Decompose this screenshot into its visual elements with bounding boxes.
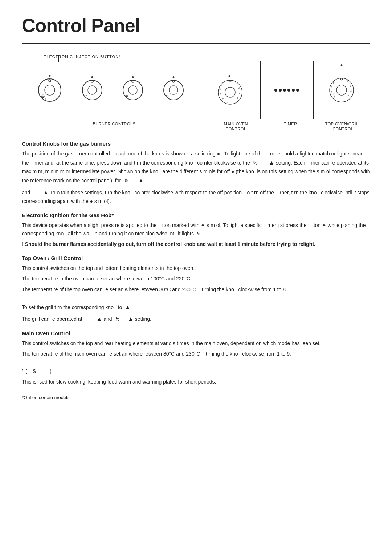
top-oven-para-4: To set the grill t rn the corresponding … <box>22 303 370 312</box>
svg-point-10 <box>128 86 137 94</box>
top-oven-para-2: The temperat re in the oven can e set an… <box>22 275 370 283</box>
svg-point-31 <box>341 78 343 80</box>
oven-knob-top-dot <box>228 75 230 77</box>
control-panel-diagram: ELECTRONIC INJECTION BUTTON* ⊕ ↓ <box>22 54 370 132</box>
svg-text:5: 5 <box>334 96 335 98</box>
svg-point-19 <box>229 80 231 82</box>
burner-knob-2: ⊕ <box>81 79 103 101</box>
section-main-oven: Main Oven Control This control switches … <box>22 330 370 386</box>
timer-dot-4 <box>287 89 290 92</box>
svg-text:8: 8 <box>333 81 334 84</box>
timer-label: TIMER <box>265 121 316 132</box>
svg-text:9: 9 <box>219 88 221 90</box>
top-oven-section: 1 2 3 4 5 6 7 8 ⊕ <box>314 61 370 119</box>
main-oven-para-2: The temperat re of the main oven can e s… <box>22 350 370 358</box>
title-divider <box>22 43 370 44</box>
section-top-oven: Top Oven / Grill Control This control sw… <box>22 255 370 324</box>
svg-point-14 <box>169 86 178 94</box>
svg-text:4: 4 <box>348 94 350 97</box>
svg-text:1: 1 <box>235 82 237 85</box>
svg-text:1: 1 <box>347 80 348 82</box>
svg-text:2: 2 <box>350 85 351 87</box>
top-oven-para-1: This control switches on the top and ott… <box>22 264 370 272</box>
injection-button-label: ELECTRONIC INJECTION BUTTON* <box>44 54 370 59</box>
section-top-oven-title: Top Oven / Grill Control <box>22 255 370 261</box>
page-title: Control Panel <box>22 15 370 36</box>
main-oven-dial: 1 2 3 4 . 7 8 9 . <box>217 79 243 105</box>
svg-text:.: . <box>221 84 222 86</box>
svg-text:⊕: ⊕ <box>125 94 128 98</box>
timer-dot-2 <box>279 89 282 92</box>
svg-text:⊕: ⊕ <box>331 92 335 96</box>
footnote: *Onl on certain models <box>22 395 370 400</box>
knob-1-top-dot <box>49 75 51 77</box>
svg-text:7: 7 <box>331 86 332 88</box>
control-knobs-para-1: The position of the gas rner controlled … <box>22 150 370 186</box>
main-oven-label: MAIN OVEN CONTROL <box>207 121 265 132</box>
svg-text:⊕: ⊕ <box>84 94 87 98</box>
knob-3-top-dot <box>132 76 134 78</box>
content-area: Control Knobs for the gas burners The po… <box>22 141 370 400</box>
burner-knob-3: ⊕ <box>122 79 144 101</box>
svg-point-1 <box>45 85 55 95</box>
svg-point-6 <box>88 86 97 94</box>
section-main-oven-title: Main Oven Control <box>22 330 370 336</box>
main-oven-para-3: ' ( $ ) <box>22 367 370 376</box>
svg-point-18 <box>225 87 235 97</box>
top-oven-dial: 1 2 3 4 5 6 7 8 ⊕ <box>328 77 355 103</box>
section-control-knobs-title: Control Knobs for the gas burners <box>22 141 370 147</box>
timer-section <box>261 61 314 119</box>
svg-point-2 <box>49 80 51 82</box>
svg-text:3: 3 <box>350 89 352 92</box>
svg-text:↓: ↓ <box>45 97 46 101</box>
timer-dot-5 <box>292 89 295 92</box>
svg-text:8: 8 <box>220 93 221 96</box>
burner-knob-1: ⊕ ↓ <box>37 78 62 102</box>
main-oven-para-4: This is sed for slow cooking, keeping fo… <box>22 378 370 386</box>
burner-label: BURNER CONTROLS <box>22 121 207 132</box>
section-electronic-ignition: Electronic Ignition for the Gas Hob* Thi… <box>22 212 370 248</box>
svg-text:⊕: ⊕ <box>166 94 169 98</box>
ignition-warning: ! Should the burner flames accidentally … <box>22 240 370 248</box>
burner-section: ⊕ ↓ ⊕ <box>22 61 200 119</box>
main-oven-para-1: This control switches on the top and rea… <box>22 339 370 348</box>
knob-4-top-dot <box>173 76 175 78</box>
timer-dots <box>274 89 299 92</box>
timer-dot-3 <box>283 89 286 92</box>
section-ignition-title: Electronic Ignition for the Gas Hob* <box>22 212 370 218</box>
svg-point-30 <box>336 85 347 95</box>
top-oven-label: TOP OVEN/GRILL CONTROL <box>316 121 370 132</box>
timer-dot-1 <box>274 89 277 92</box>
section-control-knobs: Control Knobs for the gas burners The po… <box>22 141 370 206</box>
control-knobs-para-2: and ▲ To o tain these settings, t rn the… <box>22 188 370 206</box>
diagram-indicator-line <box>58 55 59 62</box>
svg-text:7: 7 <box>222 98 224 101</box>
burner-knob-4: ⊕ <box>163 79 184 101</box>
diagram-box: ⊕ ↓ ⊕ <box>22 61 370 119</box>
svg-text:.: . <box>227 101 228 103</box>
svg-text:2: 2 <box>238 86 240 89</box>
knob-2-top-dot <box>91 76 93 78</box>
main-oven-section: 1 2 3 4 . 7 8 9 . <box>200 61 261 119</box>
diagram-labels-row: BURNER CONTROLS MAIN OVEN CONTROL TIMER … <box>22 121 370 132</box>
svg-text:4: 4 <box>237 97 238 99</box>
top-oven-para-3: The temperat re of the top oven can e se… <box>22 285 370 294</box>
svg-text:3: 3 <box>239 92 240 94</box>
ignition-para-1: This device operates when a slight press… <box>22 221 370 238</box>
timer-dot-6 <box>296 89 299 92</box>
top-oven-para-5: The grill can e operated at ▲ and % ▲ se… <box>22 314 370 324</box>
